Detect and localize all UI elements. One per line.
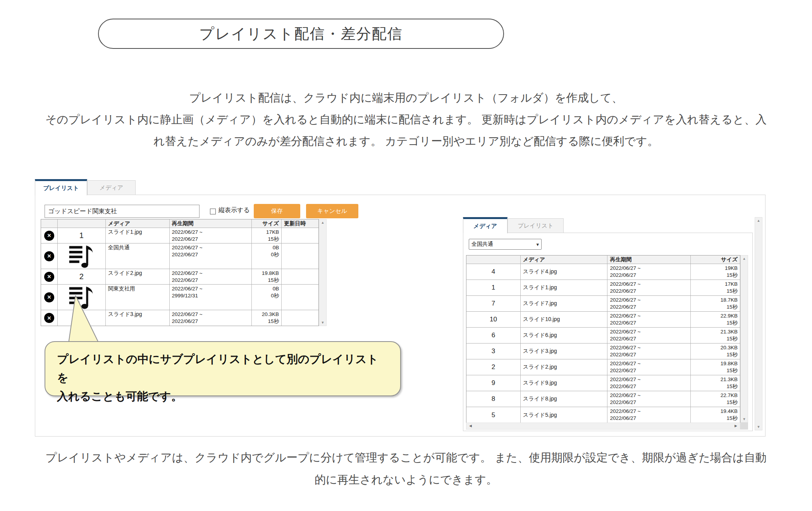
window-scrollbar[interactable]: ▲ ▼: [755, 217, 762, 430]
duration-value: 15秒: [254, 277, 279, 284]
period-to: 2022/06/27: [610, 399, 688, 406]
tab-media-right[interactable]: メディア: [463, 217, 508, 233]
duration-value: 15秒: [693, 383, 738, 390]
playlist-table-scrollbar[interactable]: ▲ ▼: [319, 219, 327, 326]
period-to: 2022/06/27: [610, 415, 688, 422]
scroll-up-icon[interactable]: ▲: [741, 257, 748, 261]
playlist-table-row[interactable]: ✕ 全国共通 2022/06/27 ~2022/06/27 0B0秒: [41, 243, 318, 269]
period-to: 2022/06/27: [172, 318, 249, 325]
period-from: 2022/06/27 ~: [610, 392, 688, 399]
vertical-display-label: 縦表示する: [218, 206, 250, 214]
callout-text: 入れることも可能です。: [57, 387, 389, 406]
order-number: 6: [466, 328, 521, 343]
order-number: 1: [79, 231, 84, 240]
remove-item-icon[interactable]: ✕: [44, 313, 54, 323]
media-table-row[interactable]: 5 スライド5.jpg 2022/06/27 ~2022/06/27 19.4K…: [466, 407, 740, 423]
remove-item-icon[interactable]: ✕: [44, 251, 54, 261]
intro-paragraph: プレイリスト配信は、クラウド内に端末用のプレイリスト（フォルダ）を作成して、 そ…: [0, 87, 812, 152]
media-table-row[interactable]: 10 スライド10.jpg 2022/06/27 ~2022/06/27 22.…: [466, 312, 740, 328]
duration-value: 15秒: [693, 415, 738, 422]
media-table-row[interactable]: 4 スライド4.jpg 2022/06/27 ~2022/06/27 19KB1…: [466, 264, 740, 280]
remove-item-icon[interactable]: ✕: [44, 231, 54, 241]
size-value: 19.8KB: [254, 270, 279, 277]
header-period: 再生期間: [607, 256, 691, 264]
order-number: 1: [466, 280, 521, 295]
media-name: スライド2.jpg: [521, 359, 608, 375]
period-from: 2022/06/27 ~: [610, 265, 688, 272]
size-value: 22.7KB: [693, 392, 738, 399]
remove-item-icon[interactable]: ✕: [44, 272, 54, 282]
duration-value: 15秒: [693, 351, 738, 358]
scroll-down-icon[interactable]: ▼: [755, 425, 762, 429]
period-from: 2022/06/27 ~: [610, 281, 688, 288]
order-number: 9: [466, 375, 521, 391]
media-table-row[interactable]: 6 スライド6.jpg 2022/06/27 ~2022/06/27 21.3K…: [466, 328, 740, 344]
media-name: スライド5.jpg: [521, 407, 608, 423]
media-name: スライド2.jpg: [106, 269, 170, 284]
tab-playlist-right[interactable]: プレイリスト: [508, 218, 564, 233]
tab-playlist[interactable]: プレイリスト: [35, 179, 87, 195]
media-table-hscrollbar[interactable]: ◄ ►: [466, 423, 740, 430]
media-table-scrollbar[interactable]: ▲ ▼: [740, 255, 748, 423]
size-value: 21.3KB: [693, 328, 738, 335]
order-number: 4: [466, 264, 521, 280]
media-table-row[interactable]: 1 スライド1.jpg 2022/06/27 ~2022/06/27 17KB1…: [466, 280, 740, 296]
playlist-name-input[interactable]: [45, 205, 200, 218]
media-table-row[interactable]: 9 スライド9.jpg 2022/06/27 ~2022/06/27 21.3K…: [466, 375, 740, 391]
scroll-down-icon[interactable]: ▼: [319, 321, 326, 325]
scroll-down-icon[interactable]: ▼: [741, 417, 748, 421]
media-name: スライド1.jpg: [521, 280, 608, 295]
size-value: 0B: [254, 244, 279, 251]
media-name: スライド10.jpg: [521, 312, 608, 327]
period-from: 2022/06/27 ~: [172, 244, 249, 251]
playlist-table-row[interactable]: ✕ 2 スライド2.jpg 2022/06/27 ~2022/06/27 19.…: [41, 269, 318, 285]
size-value: 17KB: [254, 229, 279, 236]
header-media: メディア: [106, 219, 170, 228]
scroll-left-icon[interactable]: ◄: [468, 423, 473, 428]
period-from: 2022/06/27 ~: [172, 285, 249, 292]
scroll-up-icon[interactable]: ▲: [755, 219, 762, 223]
order-number: 7: [466, 296, 521, 311]
footer-line: 的に再生されないようにできます。: [0, 469, 812, 491]
order-number: 5: [466, 407, 521, 423]
group-select[interactable]: 全国共通 ▾: [469, 239, 542, 250]
media-table-row[interactable]: 2 スライド2.jpg 2022/06/27 ~2022/06/27 19.8K…: [466, 359, 740, 375]
cancel-button[interactable]: キャンセル: [306, 204, 358, 218]
scroll-up-icon[interactable]: ▲: [319, 221, 326, 224]
media-table-row[interactable]: 7 スライド7.jpg 2022/06/27 ~2022/06/27 18.7K…: [466, 296, 740, 312]
size-value: 19.8KB: [693, 360, 738, 367]
period-from: 2022/06/27 ~: [172, 229, 249, 236]
period-from: 2022/06/27 ~: [610, 344, 688, 351]
header-order: [58, 219, 106, 228]
media-name: 全国共通: [106, 243, 170, 269]
media-table-row[interactable]: 8 スライド8.jpg 2022/06/27 ~2022/06/27 22.7K…: [466, 391, 740, 407]
callout-tail: [68, 295, 103, 344]
scroll-right-icon[interactable]: ►: [734, 423, 738, 428]
period-to: 2022/06/27: [610, 288, 688, 295]
duration-value: 15秒: [693, 319, 738, 326]
updated-value: [282, 228, 318, 243]
period-from: 2022/06/27 ~: [172, 270, 249, 277]
period-to: 2022/06/27: [610, 272, 688, 279]
period-to: 2022/06/27: [610, 383, 688, 390]
media-table-row[interactable]: 3 スライド3.jpg 2022/06/27 ~2022/06/27 20.3K…: [466, 344, 740, 359]
group-select-value: 全国共通: [471, 241, 493, 248]
media-name: スライド9.jpg: [521, 375, 608, 391]
footer-line: プレイリストやメディアは、クラウド内でグループに分けて管理することが可能です。 …: [0, 447, 812, 469]
remove-item-icon[interactable]: ✕: [44, 292, 54, 302]
duration-value: 15秒: [254, 236, 279, 243]
size-value: 0B: [254, 285, 279, 292]
size-value: 19KB: [693, 265, 738, 272]
duration-value: 15秒: [693, 399, 738, 406]
period-from: 2022/06/27 ~: [610, 328, 688, 335]
media-name: スライド7.jpg: [521, 296, 608, 311]
duration-value: 15秒: [693, 288, 738, 295]
vertical-display-checkbox[interactable]: [210, 209, 216, 214]
playlist-table-row[interactable]: ✕ 1 スライド1.jpg 2022/06/27 ~2022/06/27 17K…: [41, 228, 318, 243]
period-to: 2022/06/27: [172, 251, 249, 258]
duration-value: 15秒: [693, 335, 738, 342]
tab-media[interactable]: メディア: [87, 180, 136, 195]
period-to: 2022/06/27: [610, 335, 688, 342]
save-button[interactable]: 保存: [254, 204, 300, 218]
size-value: 21.3KB: [693, 376, 738, 383]
